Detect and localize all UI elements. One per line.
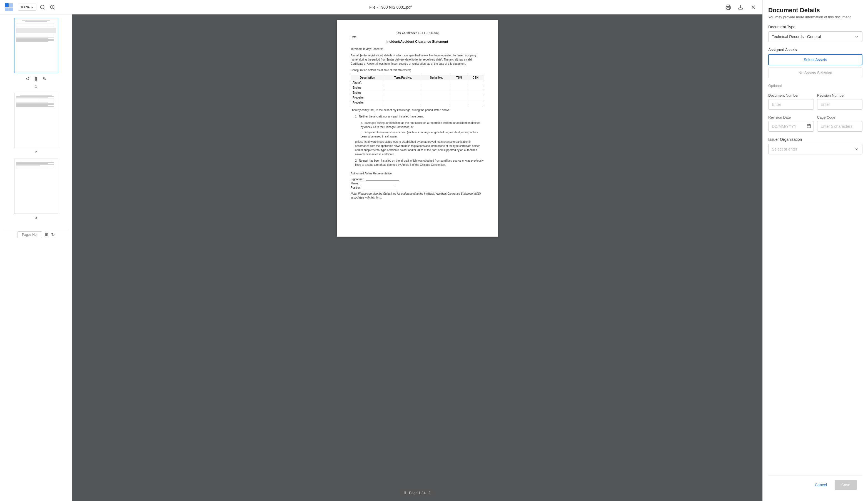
pdf-note: Note: Please see also the Guidelines for…	[351, 192, 484, 200]
pdf-table-header-serial: Serial No.	[422, 75, 451, 80]
chevron-down-icon-issuer	[854, 147, 859, 151]
main-content: ↺ 🗑 ↻ 1	[0, 14, 762, 501]
download-button[interactable]	[737, 3, 744, 11]
table-row: Propeller	[351, 95, 484, 100]
doc-type-dropdown[interactable]: Technical Records - General	[768, 31, 862, 42]
prev-page-btn[interactable]: ⇧	[403, 490, 407, 495]
page-navigation: ⇧ Page 1 / 4 ⇩	[399, 489, 435, 497]
pdf-table-header-csn: CSN	[467, 75, 484, 80]
doc-details-subtitle: You may provide more information of this…	[768, 15, 862, 19]
rotate-left-btn-1[interactable]: ↺	[26, 76, 30, 81]
document-details-panel: Document Details You may provide more in…	[762, 0, 868, 501]
pages-input[interactable]	[17, 231, 42, 238]
delete-btn-1[interactable]: 🗑	[34, 76, 38, 81]
issuer-org-placeholder: Select or enter	[772, 147, 797, 151]
print-icon	[726, 4, 731, 10]
zoom-out-icon	[40, 4, 45, 10]
doc-revision-row: Document Number Revision Number	[768, 93, 862, 110]
doc-type-value: Technical Records - General	[772, 34, 821, 39]
svg-rect-3	[9, 8, 13, 11]
bottom-thumb-bar: 🗑 ↻	[3, 229, 68, 240]
zoom-out-button[interactable]	[39, 3, 46, 11]
svg-rect-13	[807, 125, 811, 128]
document-type-section: Document Type Technical Records - Genera…	[768, 25, 862, 42]
refresh-btn[interactable]: ↻	[51, 232, 55, 237]
thumbnail-preview-2	[14, 93, 59, 148]
svg-rect-11	[727, 8, 730, 9]
revision-date-group: Revision Date	[768, 115, 814, 132]
pdf-letterhead: (ON COMPANY LETTERHEAD)	[351, 31, 484, 34]
pdf-config: Configuration details as of date of this…	[351, 68, 484, 72]
thumbnail-sidebar: ↺ 🗑 ↻ 1	[0, 14, 72, 501]
print-button[interactable]	[724, 3, 732, 11]
thumb-controls-1: ↺ 🗑 ↻	[26, 75, 46, 83]
next-page-btn[interactable]: ⇩	[428, 490, 431, 495]
page-number: Page 1 / 4	[409, 491, 425, 495]
revision-number-input[interactable]	[817, 99, 863, 110]
pdf-point2: 2. No part has been installed on the air…	[355, 159, 484, 167]
optional-section: Optional	[768, 84, 862, 88]
doc-details-header: Document Details You may provide more in…	[768, 7, 862, 19]
doc-number-group: Document Number	[768, 93, 814, 110]
app-logo	[4, 3, 13, 12]
close-button[interactable]: ✕	[749, 3, 758, 12]
svg-rect-2	[5, 8, 9, 11]
pdf-main-title: Incident/Accident Clearance Statement	[351, 40, 484, 44]
pdf-page: (ON COMPANY LETTERHEAD) Date Incident/Ac…	[337, 20, 498, 237]
revision-number-group: Revision Number	[817, 93, 863, 110]
cage-code-label: Cage Code	[817, 115, 863, 119]
thumbnail-label-1: 1	[35, 84, 37, 88]
file-name: File - T900 NIS 0001.pdf	[369, 5, 412, 9]
toolbar-right: ✕	[724, 3, 758, 12]
revision-date-label: Revision Date	[768, 115, 814, 119]
chevron-down-icon	[31, 6, 34, 9]
pdf-table-header-desc: Description	[351, 75, 384, 80]
issuer-org-label: Issuer Organization	[768, 137, 862, 142]
assigned-assets-section: Assigned Assets Select Assets No Assets …	[768, 47, 862, 78]
pdf-position: Position:	[351, 186, 484, 189]
select-assets-button[interactable]: Select Assets	[768, 54, 862, 65]
thumbnail-preview-3	[14, 159, 59, 214]
svg-rect-0	[5, 3, 9, 7]
download-icon	[738, 4, 743, 10]
table-row: Propeller	[351, 100, 484, 105]
thumbnail-item-3[interactable]: 3	[3, 159, 68, 220]
date-cage-row: Revision Date Cage Code	[768, 115, 862, 132]
thumbnail-preview-1	[14, 18, 59, 73]
calendar-icon[interactable]	[807, 124, 811, 129]
delete-page-btn[interactable]: 🗑	[44, 232, 49, 237]
pdf-point1: 1. Neither the aircraft, nor any part in…	[355, 115, 484, 119]
cage-code-group: Cage Code	[817, 115, 863, 132]
pdf-table: Description Type/Part No. Serial No. TSN…	[351, 75, 484, 105]
table-row: Aircraft	[351, 80, 484, 85]
thumbnail-item-2[interactable]: 2	[3, 93, 68, 154]
save-button[interactable]: Save	[835, 480, 857, 490]
pdf-to-whom: To Whom It May Concern:	[351, 47, 484, 51]
cage-code-input[interactable]	[817, 121, 863, 132]
pdf-table-header-tsn: TSN	[451, 75, 467, 80]
pdf-certify: I hereby certify that, to the best of my…	[351, 108, 484, 112]
zoom-in-icon	[50, 4, 55, 10]
pdf-table-header-type: Type/Part No.	[384, 75, 422, 80]
thumbnail-item-1[interactable]: ↺ 🗑 ↻ 1	[3, 18, 68, 88]
app-logo-icon	[4, 3, 13, 12]
optional-label: Optional	[768, 84, 862, 88]
doc-type-label: Document Type	[768, 25, 862, 29]
cancel-button[interactable]: Cancel	[810, 480, 831, 489]
table-row: Engine	[351, 85, 484, 90]
issuer-org-section: Issuer Organization Select or enter	[768, 137, 862, 154]
zoom-control[interactable]: 100%	[18, 3, 36, 11]
pdf-point1b: b. subjected to severe stress or heat (s…	[361, 130, 484, 139]
assigned-assets-label: Assigned Assets	[768, 47, 862, 52]
pdf-date-label: Date	[351, 35, 484, 39]
doc-number-input[interactable]	[768, 99, 814, 110]
rotate-right-btn-1[interactable]: ↻	[43, 76, 46, 81]
svg-line-5	[44, 8, 45, 9]
zoom-in-button[interactable]	[49, 3, 56, 11]
issuer-org-dropdown[interactable]: Select or enter	[768, 144, 862, 154]
revision-number-label: Revision Number	[817, 93, 863, 97]
doc-number-label: Document Number	[768, 93, 814, 97]
pdf-signature: Signature:	[351, 178, 484, 181]
pdf-unless: unless its airworthiness status was re-e…	[355, 140, 484, 156]
thumbnail-label-3: 3	[35, 216, 37, 220]
